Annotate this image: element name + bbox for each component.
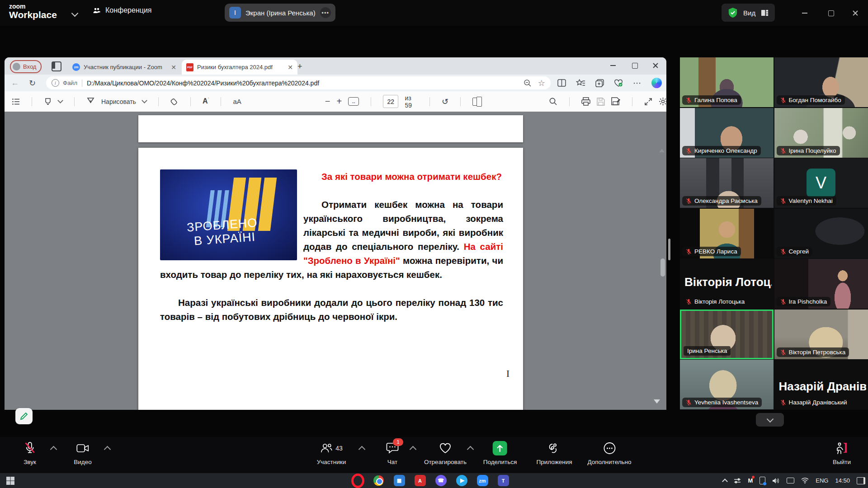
tab-close-icon[interactable]: ✕ bbox=[171, 64, 176, 71]
reload-icon[interactable]: ↻ bbox=[29, 78, 36, 88]
browser-settings-more-icon[interactable]: ⋯ bbox=[633, 78, 642, 88]
panel-resize-handle[interactable] bbox=[668, 239, 670, 260]
start-button[interactable] bbox=[0, 473, 21, 488]
taskbar-app-chrome[interactable] bbox=[368, 473, 389, 488]
minimize-button[interactable] bbox=[796, 7, 814, 19]
meeting-tab[interactable]: Конференция bbox=[93, 6, 152, 14]
video-button[interactable]: Видео bbox=[74, 441, 91, 465]
pdf-viewer[interactable]: ЗРОБЛЕНО В УКРАЇНІ За які товари можна о… bbox=[5, 112, 666, 410]
chat-button[interactable]: 1 Чат bbox=[386, 441, 399, 465]
taskbar-app-teams[interactable]: T bbox=[493, 473, 514, 488]
zoom-in-icon[interactable]: + bbox=[337, 96, 342, 107]
taskbar-app-viber[interactable]: ☎ bbox=[430, 473, 451, 488]
draw-button-label[interactable]: Нарисовать bbox=[101, 98, 136, 105]
translate-icon[interactable]: aА bbox=[233, 98, 241, 105]
leave-button[interactable]: Выйти bbox=[833, 441, 851, 465]
view-controls[interactable]: Вид bbox=[722, 4, 775, 22]
chat-options-caret[interactable] bbox=[410, 446, 417, 453]
taskbar-app-blue[interactable]: ▦ bbox=[389, 473, 410, 488]
participant-tile[interactable]: РЕВКО Лариса bbox=[680, 209, 774, 258]
participant-tile[interactable]: Кириченко Олександр bbox=[680, 108, 774, 158]
gallery-collapse-button[interactable] bbox=[756, 413, 784, 427]
search-icon[interactable] bbox=[549, 97, 557, 106]
participant-tile[interactable]: Ірина Поцелуйко bbox=[774, 108, 868, 158]
browser-restore-button[interactable] bbox=[625, 57, 645, 74]
highlighter-dropdown-icon[interactable] bbox=[57, 98, 63, 103]
tab-search-icon[interactable] bbox=[52, 61, 61, 71]
collections-icon[interactable] bbox=[595, 79, 604, 87]
participant-tile[interactable]: Ira Pishcholka bbox=[774, 259, 868, 309]
share-screen-button[interactable]: Поделиться bbox=[483, 441, 517, 465]
participant-tile-active-speaker[interactable]: Ірина Ренська bbox=[680, 310, 774, 359]
participant-tile[interactable]: Вікторія Лотоц...Вікторія Лотоцька bbox=[680, 259, 774, 309]
browser-tab-pdf[interactable]: PDF Ризики бухгалтера 2024.pdf ✕ bbox=[182, 60, 297, 75]
speaker-icon[interactable] bbox=[772, 478, 780, 484]
eraser-icon[interactable] bbox=[170, 98, 179, 106]
participant-tile[interactable]: Галина Попова bbox=[680, 57, 774, 107]
draw-pen-icon[interactable] bbox=[86, 97, 95, 106]
browser-essentials-icon[interactable] bbox=[614, 79, 623, 87]
favorites-bar-icon[interactable] bbox=[576, 79, 585, 87]
table-of-contents-icon[interactable] bbox=[12, 98, 20, 106]
apps-button[interactable]: Приложения bbox=[537, 441, 572, 465]
zoom-out-page-icon[interactable] bbox=[524, 79, 532, 87]
participant-tile[interactable]: Богдан Помогайбо bbox=[774, 57, 868, 107]
reactions-options-caret[interactable] bbox=[467, 446, 474, 453]
participant-tile[interactable]: Вікторія Петровська bbox=[774, 310, 868, 359]
browser-minimize-button[interactable] bbox=[603, 57, 623, 74]
draw-dropdown-icon[interactable] bbox=[142, 98, 147, 103]
taskbar-app-red[interactable]: A bbox=[410, 473, 430, 488]
mixer-icon[interactable] bbox=[734, 478, 741, 484]
participant-tile[interactable]: Назарій Дранів...Назарій Дранівський bbox=[774, 360, 868, 409]
page-info-icon[interactable]: i bbox=[52, 79, 59, 87]
page-view-icon[interactable] bbox=[472, 98, 481, 106]
tray-mail-icon[interactable]: M bbox=[748, 477, 753, 484]
participant-tile[interactable]: Олександра Раємська bbox=[680, 158, 774, 208]
fit-to-width-icon[interactable]: ↔ bbox=[348, 97, 359, 106]
notifications-icon[interactable] bbox=[857, 477, 865, 484]
scroll-up-arrow[interactable] bbox=[659, 149, 665, 152]
rotate-icon[interactable]: ↺ bbox=[442, 97, 448, 107]
browser-close-button[interactable] bbox=[646, 57, 665, 74]
scrollbar-thumb[interactable] bbox=[660, 258, 665, 277]
participants-button[interactable]: 43 Участники bbox=[317, 441, 346, 465]
hidden-icons-chevron-icon[interactable] bbox=[722, 479, 728, 484]
chevron-down-icon[interactable] bbox=[71, 10, 79, 17]
annotation-pencil-button[interactable] bbox=[15, 408, 33, 424]
scroll-down-arrow[interactable] bbox=[654, 399, 660, 404]
wifi-icon[interactable] bbox=[801, 478, 809, 483]
audio-options-caret[interactable] bbox=[50, 446, 57, 453]
taskbar-app-zoom[interactable]: zm bbox=[472, 473, 493, 488]
more-button[interactable]: Дополнительно bbox=[587, 441, 631, 465]
participant-tile[interactable]: Yevheniia Ivashentseva bbox=[680, 360, 774, 409]
share-more-icon[interactable]: ••• bbox=[320, 7, 331, 18]
print-icon[interactable] bbox=[581, 97, 590, 106]
language-indicator[interactable]: ENG bbox=[816, 477, 828, 484]
taskbar-app-opera[interactable] bbox=[347, 473, 368, 488]
browser-tab-zoom[interactable]: zm Участник публикации - Zoom ✕ bbox=[68, 60, 181, 75]
back-icon[interactable]: ← bbox=[11, 78, 19, 88]
highlighter-icon[interactable] bbox=[44, 98, 52, 106]
address-url[interactable]: D:/Maxa/Циклова/ОМО/2024/Конф%202024/Риз… bbox=[87, 80, 517, 87]
close-button[interactable] bbox=[846, 7, 864, 19]
save-as-icon[interactable] bbox=[611, 97, 620, 106]
reactions-button[interactable]: Отреагировать bbox=[424, 441, 467, 465]
screen-share-indicator[interactable]: I Экран (Ірина Ренська) ••• bbox=[225, 4, 335, 22]
phone-link-icon[interactable] bbox=[760, 477, 765, 484]
participants-options-caret[interactable] bbox=[359, 446, 366, 453]
copilot-icon[interactable] bbox=[651, 78, 662, 88]
audio-button[interactable]: Звук bbox=[24, 441, 36, 465]
read-aloud-icon[interactable]: Aʾ bbox=[203, 97, 209, 105]
favorites-star-icon[interactable]: ☆ bbox=[538, 78, 545, 88]
clock[interactable]: 14:50 bbox=[835, 477, 850, 484]
taskbar-app-telegram[interactable] bbox=[451, 473, 472, 488]
zoom-out-icon[interactable]: − bbox=[325, 96, 330, 107]
fullscreen-icon[interactable] bbox=[644, 98, 652, 106]
page-number-input[interactable]: 22 bbox=[383, 95, 398, 108]
display-icon[interactable] bbox=[787, 478, 794, 483]
settings-gear-icon[interactable] bbox=[659, 97, 667, 106]
address-field[interactable]: i Файл D:/Maxa/Циклова/ОМО/2024/Конф%202… bbox=[46, 76, 551, 89]
tab-close-icon[interactable]: ✕ bbox=[288, 64, 293, 71]
restore-button[interactable] bbox=[822, 7, 840, 19]
new-tab-button[interactable]: + bbox=[297, 62, 302, 71]
